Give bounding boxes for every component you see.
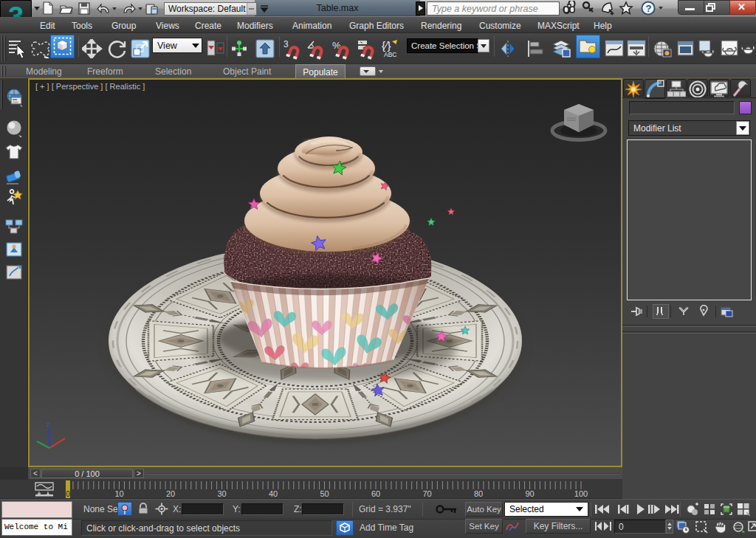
svg-text:z: z [47,421,50,428]
svg-text:10: 10 [114,489,123,498]
svg-text:{∕}: {∕} [382,39,391,52]
svg-text:?: ? [646,3,652,14]
svg-text:50: 50 [320,489,329,498]
svg-text:[ + ] [ Perspective ] [ Realis: [ + ] [ Perspective ] [ Realistic ] [35,82,145,91]
svg-text:80: 80 [474,489,483,498]
svg-text:ABC: ABC [384,51,396,58]
svg-text:3: 3 [284,39,289,49]
svg-text:40: 40 [269,489,278,498]
svg-text:0: 0 [66,490,70,498]
svg-text:100: 100 [574,489,588,498]
svg-text:20: 20 [166,489,175,498]
svg-text:70: 70 [422,489,431,498]
svg-text:30: 30 [217,489,226,498]
svg-text:90: 90 [525,489,534,498]
svg-text:60: 60 [371,489,380,498]
